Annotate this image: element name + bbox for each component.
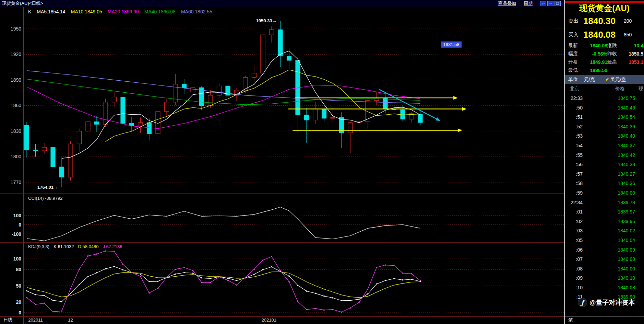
- tick-price: 1840.08: [583, 255, 635, 264]
- ask-row: 卖出 1840.30 200: [565, 14, 644, 28]
- usd-oz-checkbox[interactable]: ✔美元/盎: [605, 77, 626, 83]
- tick-price: 1840.42: [583, 151, 635, 160]
- candle: [287, 56, 291, 60]
- tick-time: :53: [565, 131, 583, 141]
- tick-time: :55: [565, 151, 583, 160]
- stat-label: 最高: [607, 59, 624, 65]
- watermark: ƒ @量子对冲资本: [578, 298, 635, 307]
- check-icon: ✔: [605, 77, 609, 82]
- candle: [383, 98, 387, 109]
- quote-panel: 现货黄金(AU) 卖出 1840.30 200 买入 1840.08 850 最…: [564, 0, 644, 324]
- chart-canvas[interactable]: 19501920189018601830180017701000-1001008…: [0, 0, 564, 324]
- candle: [138, 123, 143, 126]
- instrument-title: 现货黄金(AU): [565, 3, 644, 14]
- tick-time: :59: [565, 188, 583, 198]
- bid-price[interactable]: 1840.08: [583, 30, 621, 40]
- candle: [182, 84, 187, 88]
- ask-volume: 200: [624, 18, 632, 24]
- svg-text:1830: 1830: [11, 128, 21, 134]
- kdj-name: KDJ(9,3,3): [28, 244, 49, 249]
- tick-time: :09: [565, 274, 583, 283]
- candle: [165, 102, 169, 112]
- tick-time: 22:33: [565, 94, 583, 103]
- tick-row: :061840.09: [565, 245, 644, 255]
- bid-label: 买入: [568, 32, 583, 38]
- tick-price: 1840.36: [583, 122, 635, 132]
- tick-time: :02: [565, 217, 583, 227]
- header-price: 价格: [579, 86, 625, 92]
- svg-text:50: 50: [16, 283, 21, 289]
- tick-time: :07: [565, 255, 583, 264]
- tick-time: :10: [565, 283, 583, 293]
- watermark-logo-icon: ƒ: [578, 298, 587, 307]
- tick-price: 1840.00: [583, 264, 635, 274]
- tick-row: 22:341839.78: [565, 198, 644, 208]
- stat-value: 1836.50: [582, 68, 607, 73]
- stat-label: 昨收: [607, 51, 624, 57]
- titlebar-controls: 商品叠加 周期 ⇦⇨❐: [498, 0, 561, 7]
- nav-button-2[interactable]: ❐: [554, 1, 561, 6]
- period-link[interactable]: 周期: [524, 0, 533, 7]
- tab-bi[interactable]: 笔: [565, 316, 644, 324]
- tick-row: :101840.08: [565, 283, 644, 293]
- svg-text:202101: 202101: [262, 317, 276, 323]
- header-vol: 现: [639, 86, 644, 92]
- high-annotation: 1959.33→: [256, 18, 277, 23]
- ma40-line: [27, 79, 420, 105]
- tick-price: 1839.96: [583, 217, 635, 227]
- tick-time: 22:34: [565, 198, 583, 208]
- candle: [86, 122, 90, 131]
- candle: [313, 109, 318, 120]
- period-tab[interactable]: 日线: [3, 317, 12, 323]
- tick-row: :541840.37: [565, 141, 644, 151]
- tick-time: :06: [565, 245, 583, 255]
- trading-app-window: 现货黄金(AU)<日线> 商品叠加 周期 ⇦⇨❐ 195019201890186…: [0, 0, 644, 324]
- tick-row: :011839.97: [565, 207, 644, 217]
- legend-ma-item: MA5:1854.14: [37, 9, 65, 14]
- svg-text:100: 100: [13, 256, 22, 262]
- legend-ma-item: MA20:1869.90: [108, 9, 139, 14]
- candles-layer: [25, 21, 423, 187]
- stat-value: 1850.5: [624, 51, 643, 57]
- tick-price: 1840.27: [583, 170, 635, 179]
- svg-text:1860: 1860: [11, 103, 21, 108]
- kdj-d-value: D:58.0480: [78, 244, 98, 249]
- nav-button-1[interactable]: ⇨: [547, 1, 553, 6]
- candle: [42, 147, 47, 151]
- unit-label: 单位: [568, 77, 578, 83]
- candle: [112, 97, 117, 102]
- tick-price: 1840.08: [583, 283, 635, 293]
- candle: [60, 167, 64, 177]
- svg-text:100: 100: [13, 213, 22, 218]
- candle: [147, 123, 152, 134]
- tick-row: :051840.04: [565, 236, 644, 245]
- candle: [51, 147, 55, 167]
- tick-list-header: 北京 价格 现: [565, 84, 644, 94]
- candle: [261, 35, 265, 73]
- ask-price[interactable]: 1840.30: [583, 16, 621, 26]
- tick-row: :531840.40: [565, 131, 644, 141]
- kdj-k-value: K:61.1032: [53, 244, 74, 249]
- header-beijing: 北京: [570, 86, 579, 92]
- tick-row: :511840.54: [565, 113, 644, 122]
- candle: [252, 73, 257, 77]
- bid-row: 买入 1840.08 850: [565, 28, 644, 42]
- candle: [33, 150, 38, 151]
- legend-ma-item: MA60:1862.55: [181, 9, 212, 14]
- kdj-legend: KDJ(9,3,3) K:61.1032 D:58.0480 J:67.2136: [28, 244, 122, 249]
- commodity-overlay-link[interactable]: 商品叠加: [498, 0, 516, 7]
- tick-price: 1839.78: [583, 198, 635, 208]
- tick-time: :58: [565, 179, 583, 188]
- tick-price: 1840.40: [583, 131, 635, 141]
- stat-value: -0.56%: [582, 51, 607, 57]
- candle: [68, 144, 73, 177]
- stat-value: 1849.91: [582, 59, 607, 65]
- tick-row: :021839.96: [565, 217, 644, 227]
- kdj-j-line: [27, 251, 420, 312]
- main-chart-legend: K MA5:1854.14MA10:1849.05MA20:1869.90MA4…: [28, 9, 212, 14]
- tick-price: 1840.54: [583, 113, 635, 122]
- tick-time: :52: [565, 122, 583, 132]
- candle: [270, 30, 274, 35]
- nav-button-0[interactable]: ⇦: [540, 1, 546, 6]
- tick-time: :08: [565, 264, 583, 274]
